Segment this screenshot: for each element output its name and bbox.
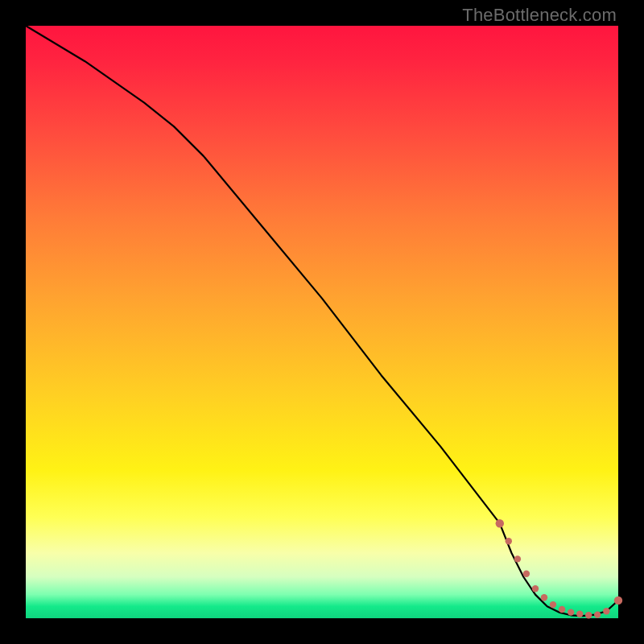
marker-dot (523, 571, 530, 577)
marker-dot (603, 608, 609, 614)
marker-dot (614, 597, 622, 605)
series-line (26, 26, 618, 616)
marker-dot (594, 611, 601, 617)
marker-dot (550, 601, 556, 608)
marker-dot (568, 609, 574, 615)
marker-group (496, 519, 623, 619)
marker-dot (496, 519, 504, 527)
plot-area (26, 26, 618, 618)
marker-dot (514, 555, 521, 562)
marker-dot (585, 612, 592, 618)
marker-dot (576, 611, 583, 617)
marker-dot (559, 606, 565, 613)
chart-svg (26, 26, 618, 618)
marker-dot (506, 538, 512, 544)
attribution-label: TheBottleneck.com (462, 5, 617, 26)
marker-dot (532, 585, 539, 592)
marker-dot (541, 594, 547, 601)
chart-stage: TheBottleneck.com (0, 0, 644, 644)
